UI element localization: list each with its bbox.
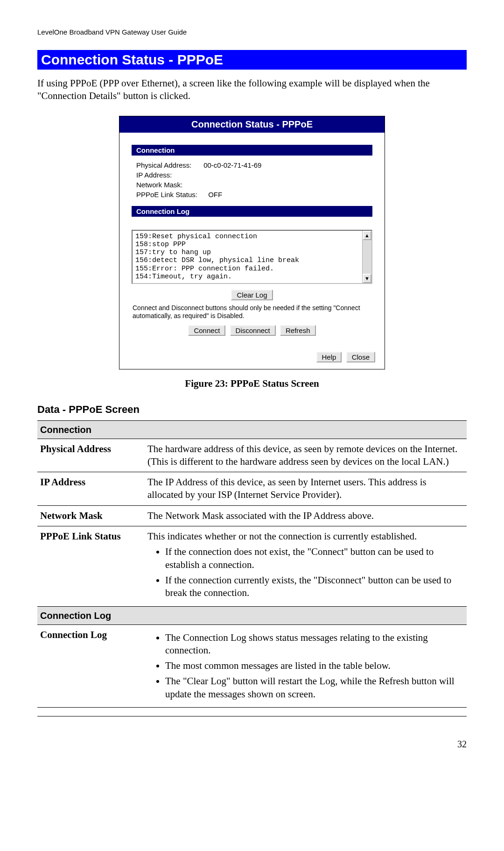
intro-paragraph: If using PPPoE (PPP over Ethernet), a sc… [37,77,467,103]
mask-row: Network Mask: [132,180,372,190]
screenshot-connection-header: Connection [132,145,372,156]
row-link-status-desc: This indicates whether or not the connec… [145,526,467,606]
mask-label: Network Mask: [136,181,202,189]
link-status-row: PPPoE Link Status: OFF [132,190,372,199]
clear-log-button[interactable]: Clear Log [231,290,273,300]
row-ip-desc: The IP Address of this device, as seen b… [145,472,467,506]
scroll-up-icon[interactable]: ▲ [363,231,371,240]
disconnect-button[interactable]: Disconnect [230,325,276,336]
section-heading: Connection Status - PPPoE [37,50,467,70]
row-connlog-desc: The Connection Log shows status messages… [145,624,467,707]
data-heading: Data - PPPoE Screen [37,404,467,416]
row-ip-label: IP Address [37,472,145,506]
row-connlog-label: Connection Log [37,624,145,707]
link-status-bullet-1: If the connection does not exist, the "C… [165,546,462,571]
group-connection: Connection [37,420,467,439]
connection-log-box[interactable]: 159:Reset physical connection 158:stop P… [132,230,372,284]
row-link-status-label: PPPoE Link Status [37,526,145,606]
connlog-bullet-1: The Connection Log shows status messages… [165,631,462,657]
scroll-down-icon[interactable]: ▼ [363,274,371,283]
footer-rule [37,716,467,716]
refresh-button[interactable]: Refresh [280,325,316,336]
screenshot-log-header: Connection Log [132,206,372,217]
hint-text: Connect and Disconnect buttons should on… [132,304,372,320]
phys-addr-value: 00-c0-02-71-41-69 [203,161,261,169]
log-scrollbar[interactable]: ▲ ▼ [362,231,371,283]
link-status-bullet-2: If the connection currently exists, the … [165,574,462,600]
row-phys-addr-label: Physical Address [37,439,145,472]
group-connlog: Connection Log [37,606,467,624]
figure-caption: Figure 23: PPPoE Status Screen [37,378,467,390]
connlog-bullet-3: The "Clear Log" button will restart the … [165,675,462,701]
page-number: 32 [37,739,467,750]
row-phys-addr-desc: The hardware address of this device, as … [145,439,467,472]
connection-log-text: 159:Reset physical connection 158:stop P… [133,231,362,283]
row-mask-desc: The Network Mask associated with the IP … [145,505,467,526]
link-status-label: PPPoE Link Status: [136,191,206,199]
ip-addr-row: IP Address: [132,170,372,180]
phys-addr-row: Physical Address: 00-c0-02-71-41-69 [132,160,372,170]
connect-button[interactable]: Connect [188,325,225,336]
screenshot-title: Connection Status - PPPoE [119,116,385,133]
connlog-bullet-2: The most common messages are listed in t… [165,660,462,672]
phys-addr-label: Physical Address: [136,161,202,169]
pppoe-screenshot: Connection Status - PPPoE Connection Phy… [119,116,385,369]
link-status-value: OFF [208,191,222,199]
close-button[interactable]: Close [346,352,375,362]
data-table: Connection Physical Address The hardware… [37,420,467,708]
ip-addr-label: IP Address: [136,171,202,179]
row-mask-label: Network Mask [37,505,145,526]
page-header: LevelOne Broadband VPN Gateway User Guid… [37,28,467,36]
help-button[interactable]: Help [316,352,342,362]
